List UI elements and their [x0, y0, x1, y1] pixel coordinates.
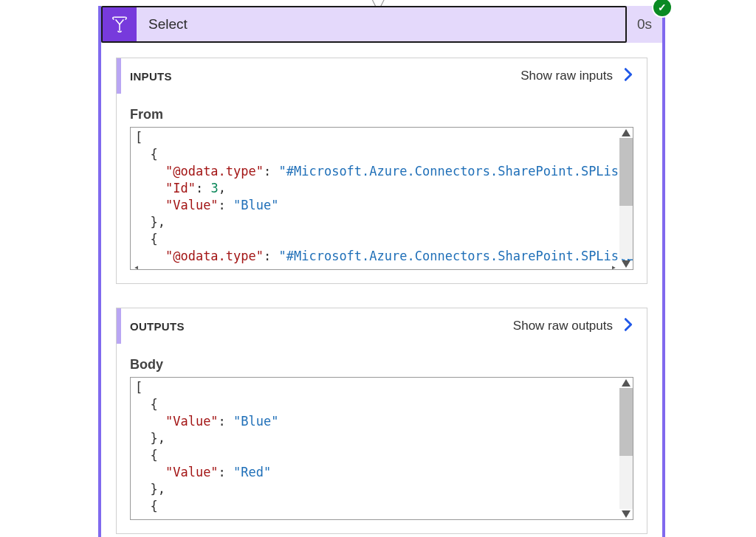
code-line: }, — [135, 430, 619, 447]
chevron-right-icon — [620, 66, 636, 86]
code-line: [ — [135, 379, 619, 396]
code-line: "Value": "Blue" — [135, 197, 619, 214]
chevron-right-icon — [620, 316, 636, 336]
inputs-code-box[interactable]: [ { "@odata.type": "#Microsoft.Azure.Con… — [130, 127, 633, 270]
code-line: "Value": "Red" — [135, 464, 619, 481]
code-line: [ — [135, 129, 619, 146]
action-header[interactable]: Select 0s — [101, 6, 662, 43]
show-raw-inputs-label: Show raw inputs — [520, 69, 613, 83]
outputs-panel-title: OUTPUTS — [121, 320, 513, 333]
outputs-code-box[interactable]: [ { "Value": "Blue" }, { "Value": "Red" … — [130, 377, 633, 520]
show-raw-outputs-link[interactable]: Show raw outputs — [513, 316, 636, 336]
code-line: { — [135, 396, 619, 413]
code-line: { — [135, 498, 619, 515]
select-action-card[interactable]: ✓ Select 0s — [98, 6, 665, 537]
show-raw-inputs-link[interactable]: Show raw inputs — [520, 66, 636, 86]
code-line: "Id": 3, — [135, 180, 619, 197]
code-line: { — [135, 447, 619, 464]
outputs-panel: OUTPUTS Show raw outputs Body [ { "Value… — [116, 308, 647, 534]
inputs-panel: INPUTS Show raw inputs From [ { "@odata.… — [116, 58, 647, 284]
code-line: { — [135, 146, 619, 163]
horizontal-scrollbar[interactable]: ◂▸ — [132, 259, 618, 268]
code-line: "@odata.type": "#Microsoft.Azure.Connect… — [135, 163, 619, 180]
code-line: { — [135, 231, 619, 248]
action-title: Select — [137, 16, 188, 32]
select-action-icon — [103, 7, 137, 41]
vertical-scrollbar[interactable] — [619, 388, 633, 509]
code-line: }, — [135, 481, 619, 498]
status-success-icon: ✓ — [653, 0, 671, 16]
inputs-from-label: From — [130, 107, 633, 122]
code-line: }, — [135, 214, 619, 231]
code-line: "Value": "Blue" — [135, 413, 619, 430]
show-raw-outputs-label: Show raw outputs — [513, 319, 613, 333]
inputs-panel-title: INPUTS — [121, 70, 520, 83]
outputs-body-label: Body — [130, 357, 633, 373]
vertical-scrollbar[interactable] — [619, 138, 633, 259]
